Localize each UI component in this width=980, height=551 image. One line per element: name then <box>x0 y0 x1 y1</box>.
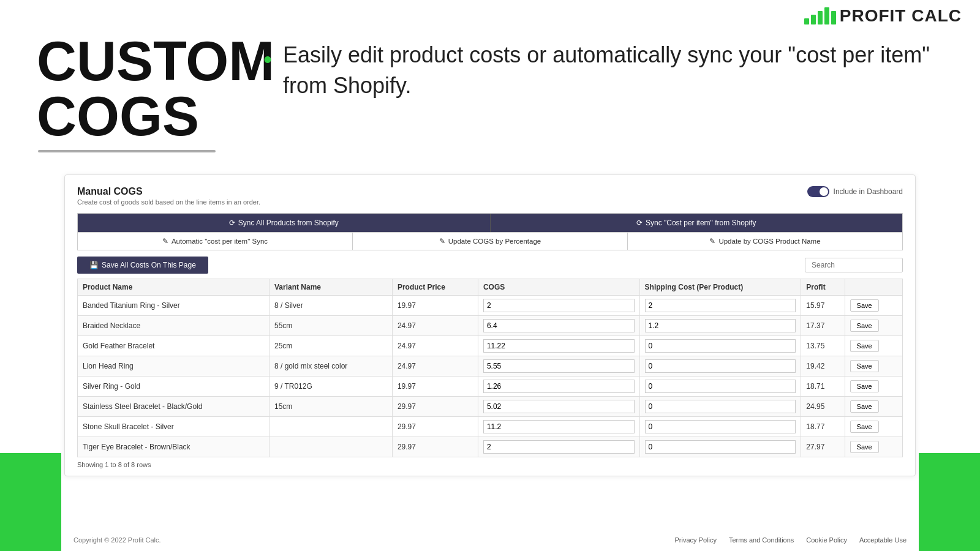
cell-shipping-5[interactable] <box>639 397 801 417</box>
cell-price-4: 19.97 <box>392 377 478 397</box>
save-row-button-0[interactable]: Save <box>850 299 879 312</box>
products-table: Product Name Variant Name Product Price … <box>77 279 903 457</box>
cogs-input-0[interactable] <box>483 299 635 312</box>
search-input[interactable] <box>805 258 903 272</box>
save-all-button[interactable]: 💾 Save All Costs On This Page <box>77 257 208 274</box>
cell-variant-5: 15cm <box>269 397 392 417</box>
cell-price-5: 29.97 <box>392 397 478 417</box>
privacy-policy-link[interactable]: Privacy Policy <box>674 536 716 544</box>
sync-all-products-button[interactable]: Sync All Products from Shopify <box>78 214 490 232</box>
sync-cost-per-item-button[interactable]: Sync "Cost per item" from Shopify <box>491 214 903 232</box>
save-row-button-6[interactable]: Save <box>850 421 879 433</box>
cogs-input-1[interactable] <box>483 319 635 332</box>
cell-action-4[interactable]: Save <box>845 377 902 397</box>
row-count-label: Showing 1 to 8 of 8 rows <box>77 461 151 468</box>
cell-action-2[interactable]: Save <box>845 336 902 356</box>
acceptable-use-link[interactable]: Acceptable Use <box>859 536 907 544</box>
table-row: Tiger Eye Bracelet - Brown/Black 29.97 2… <box>78 437 903 457</box>
col-variant-name: Variant Name <box>269 279 392 296</box>
cell-cogs-0[interactable] <box>478 296 639 316</box>
shipping-input-0[interactable] <box>645 299 796 312</box>
cogs-input-5[interactable] <box>483 400 635 413</box>
cogs-input-6[interactable] <box>483 420 635 433</box>
update-cogs-pct-button[interactable]: Update COGS by Percentage <box>352 233 627 250</box>
cell-shipping-6[interactable] <box>639 417 801 437</box>
bar5 <box>831 11 836 24</box>
save-row-button-5[interactable]: Save <box>850 400 879 413</box>
table-footer: Showing 1 to 8 of 8 rows <box>77 461 903 468</box>
table-row: Lion Head Ring 8 / gold mix steel color … <box>78 356 903 377</box>
cogs-input-7[interactable] <box>483 440 635 454</box>
cell-action-1[interactable]: Save <box>845 316 902 336</box>
cell-shipping-4[interactable] <box>639 377 801 397</box>
update-cogs-name-button[interactable]: Update by COGS Product Name <box>627 233 902 250</box>
shipping-input-5[interactable] <box>645 400 796 413</box>
bar1 <box>804 18 809 24</box>
col-product-price: Product Price <box>392 279 478 296</box>
cell-profit-5: 24.95 <box>801 397 845 417</box>
shipping-input-3[interactable] <box>645 359 796 373</box>
save-row-button-4[interactable]: Save <box>850 380 879 392</box>
cell-cogs-6[interactable] <box>478 417 639 437</box>
col-shipping-cost: Shipping Cost (Per Product) <box>639 279 801 296</box>
cell-cogs-4[interactable] <box>478 377 639 397</box>
cell-product-0: Banded Titanium Ring - Silver <box>78 296 270 316</box>
logo-text: PROFIT CALC <box>840 6 962 26</box>
sync-icon-1 <box>229 219 235 227</box>
cell-cogs-7[interactable] <box>478 437 639 457</box>
logo-area: PROFIT CALC <box>804 6 962 26</box>
cell-shipping-0[interactable] <box>639 296 801 316</box>
cell-cogs-2[interactable] <box>478 336 639 356</box>
shipping-input-2[interactable] <box>645 339 796 353</box>
cookie-policy-link[interactable]: Cookie Policy <box>806 536 847 544</box>
cell-shipping-3[interactable] <box>639 356 801 377</box>
save-row-button-7[interactable]: Save <box>850 441 879 453</box>
bar3 <box>818 11 823 24</box>
shipping-input-4[interactable] <box>645 380 796 393</box>
bullet-icon: • <box>263 42 272 77</box>
cell-action-5[interactable]: Save <box>845 397 902 417</box>
table-row: Gold Feather Bracelet 25cm 24.97 13.75 S… <box>78 336 903 356</box>
save-row-button-1[interactable]: Save <box>850 320 879 332</box>
cell-price-3: 24.97 <box>392 356 478 377</box>
cell-product-3: Lion Head Ring <box>78 356 270 377</box>
cell-profit-2: 13.75 <box>801 336 845 356</box>
cell-cogs-1[interactable] <box>478 316 639 336</box>
table-row: Banded Titanium Ring - Silver 8 / Silver… <box>78 296 903 316</box>
card-header-left: Manual COGS Create cost of goods sold ba… <box>77 186 260 206</box>
shipping-input-7[interactable] <box>645 440 796 454</box>
shipping-input-6[interactable] <box>645 420 796 433</box>
toggle-knob <box>820 187 828 196</box>
cell-variant-1: 55cm <box>269 316 392 336</box>
table-row: Silver Ring - Gold 9 / TR012G 19.97 18.7… <box>78 377 903 397</box>
cogs-input-4[interactable] <box>483 380 635 393</box>
hero-title-line2: COGS <box>37 89 274 144</box>
terms-link[interactable]: Terms and Conditions <box>729 536 794 544</box>
auto-sync-label: Automatic "cost per item" Sync <box>172 238 268 245</box>
cell-cogs-3[interactable] <box>478 356 639 377</box>
cell-shipping-2[interactable] <box>639 336 801 356</box>
table-row: Stone Skull Bracelet - Silver 29.97 18.7… <box>78 417 903 437</box>
cell-action-6[interactable]: Save <box>845 417 902 437</box>
dashboard-toggle[interactable] <box>807 186 829 197</box>
cell-shipping-7[interactable] <box>639 437 801 457</box>
cell-variant-4: 9 / TR012G <box>269 377 392 397</box>
cell-price-0: 19.97 <box>392 296 478 316</box>
cell-cogs-5[interactable] <box>478 397 639 417</box>
cell-product-5: Stainless Steel Bracelet - Black/Gold <box>78 397 270 417</box>
auto-sync-button[interactable]: Automatic "cost per item" Sync <box>78 233 352 250</box>
green-corner-right <box>919 453 980 551</box>
cogs-input-2[interactable] <box>483 339 635 353</box>
cell-action-3[interactable]: Save <box>845 356 902 377</box>
card-title: Manual COGS <box>77 186 260 197</box>
cell-action-7[interactable]: Save <box>845 437 902 457</box>
save-row-button-2[interactable]: Save <box>850 340 879 352</box>
cell-action-0[interactable]: Save <box>845 296 902 316</box>
save-row-button-3[interactable]: Save <box>850 360 879 372</box>
toggle-area[interactable]: Include in Dashboard <box>807 186 903 197</box>
shipping-input-1[interactable] <box>645 319 796 332</box>
cell-product-4: Silver Ring - Gold <box>78 377 270 397</box>
cell-shipping-1[interactable] <box>639 316 801 336</box>
cogs-input-3[interactable] <box>483 359 635 373</box>
col-cogs: COGS <box>478 279 639 296</box>
